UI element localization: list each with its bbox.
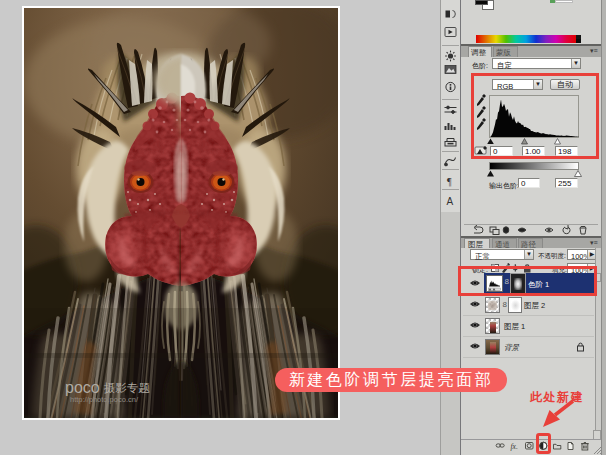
svg-text:poco摄影专题: poco摄影专题 [65, 379, 150, 396]
svg-text:http://photo.poco.cn/: http://photo.poco.cn/ [70, 395, 139, 404]
svg-text:fx.: fx. [511, 442, 518, 451]
svg-text:¶: ¶ [447, 176, 452, 187]
svg-text:A: A [447, 196, 454, 207]
